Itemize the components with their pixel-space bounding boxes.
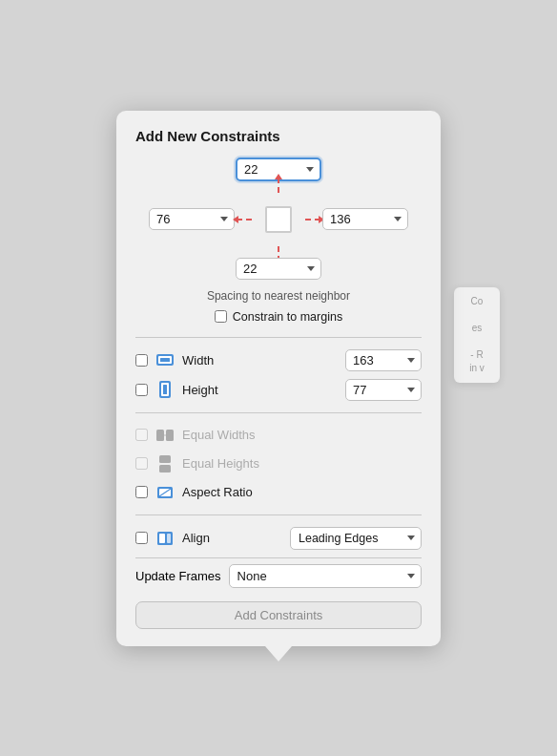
- dash-left: [237, 219, 252, 220]
- width-value-select[interactable]: 163: [345, 349, 422, 371]
- svg-rect-9: [159, 455, 171, 463]
- left-constraint-select[interactable]: 76: [149, 208, 235, 230]
- svg-rect-6: [156, 430, 164, 441]
- equal-widths-row: Equal Widths: [135, 421, 422, 450]
- width-row: Width 163: [135, 346, 422, 375]
- height-label: Height: [182, 383, 339, 397]
- align-value-select[interactable]: Leading Edges: [290, 527, 422, 550]
- update-frames-label: Update Frames: [135, 569, 221, 583]
- arrow-left: [233, 216, 238, 223]
- update-frames-select[interactable]: None: [229, 564, 422, 588]
- aspect-ratio-checkbox[interactable]: [135, 486, 148, 498]
- panel-title: Add New Constraints: [135, 128, 422, 144]
- bottom-constraint-select[interactable]: 22: [236, 258, 321, 280]
- height-checkbox[interactable]: [135, 384, 148, 396]
- constrain-margins-checkbox[interactable]: [215, 310, 227, 323]
- dash-top: [278, 178, 279, 193]
- aspect-ratio-icon: [155, 482, 175, 503]
- svg-rect-16: [167, 534, 171, 543]
- update-frames-row: Update Frames None: [135, 557, 422, 592]
- align-icon: [155, 528, 175, 549]
- width-icon: [155, 349, 175, 370]
- equal-widths-checkbox[interactable]: [135, 429, 148, 441]
- center-box-area: [254, 195, 303, 244]
- constrain-margins-label: Constrain to margins: [233, 310, 342, 324]
- height-value-select[interactable]: 77: [345, 379, 422, 401]
- equal-widths-label: Equal Widths: [182, 428, 422, 442]
- side-panel-hint: Coes - Rin v: [454, 287, 500, 383]
- width-value-container: 163: [345, 349, 422, 371]
- align-row: Align Leading Edges: [135, 523, 422, 554]
- align-checkbox[interactable]: [135, 532, 148, 544]
- height-row: Height 77: [135, 375, 422, 405]
- aspect-ratio-row: Aspect Ratio: [135, 478, 422, 507]
- svg-rect-2: [160, 358, 170, 362]
- equal-widths-icon: [155, 425, 175, 446]
- constraint-diagram: 22 76: [135, 158, 422, 280]
- right-constraint-select[interactable]: 136: [322, 208, 408, 230]
- svg-rect-7: [166, 430, 174, 441]
- equal-heights-icon: [155, 453, 175, 474]
- width-checkbox[interactable]: [135, 354, 148, 367]
- width-label: Width: [182, 353, 339, 368]
- constrain-margins-row: Constrain to margins: [135, 310, 422, 324]
- align-label: Align: [182, 531, 283, 545]
- divider-3: [135, 514, 422, 515]
- height-icon: [155, 379, 175, 400]
- spacing-label: Spacing to nearest neighbor: [135, 289, 422, 303]
- bottom-row: 22: [236, 258, 321, 280]
- height-value-container: 77: [345, 379, 422, 401]
- divider-2: [135, 412, 422, 413]
- add-constraints-button[interactable]: Add Constraints: [135, 601, 422, 629]
- svg-rect-5: [163, 385, 167, 394]
- equal-heights-checkbox[interactable]: [135, 457, 148, 470]
- divider-1: [135, 337, 422, 338]
- aspect-ratio-label: Aspect Ratio: [182, 485, 422, 499]
- arrow-up: [275, 174, 282, 179]
- equal-heights-row: Equal Heights: [135, 450, 422, 478]
- diagram-box: [265, 206, 292, 233]
- equal-heights-label: Equal Heights: [182, 456, 422, 471]
- svg-rect-10: [159, 465, 171, 472]
- svg-rect-15: [159, 534, 165, 543]
